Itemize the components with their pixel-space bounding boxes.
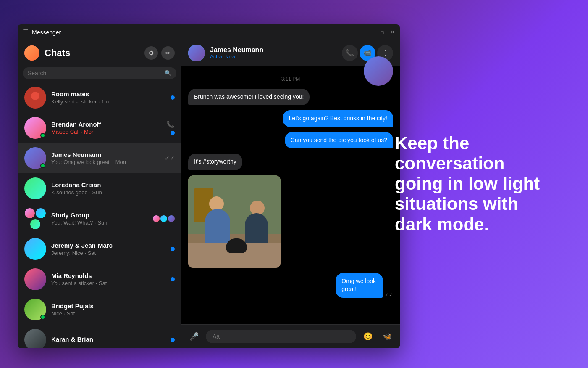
- chat-avatar: [24, 268, 46, 290]
- chat-name: Mia Reynolds: [51, 272, 165, 279]
- online-indicator: [40, 163, 45, 168]
- emoji-button[interactable]: 😊: [360, 329, 375, 344]
- message-row: Can you send the pic you took of us?: [188, 132, 393, 149]
- chat-item-room-mates[interactable]: Room mates Kelly sent a sticker · 1m: [18, 82, 181, 113]
- chat-preview: You: Omg we look great! · Mon: [51, 159, 160, 165]
- online-indicator: [40, 133, 45, 138]
- chat-input-bar: 🎤 😊 🦋: [181, 324, 400, 348]
- title-bar: ☰ Messenger — □ ✕: [18, 24, 400, 40]
- chat-meta: [171, 95, 175, 100]
- contact-name: James Neumann: [210, 46, 337, 54]
- title-bar-left: ☰ Messenger: [23, 28, 61, 36]
- photo-message: [188, 175, 281, 268]
- chat-item-brendan-aronoff[interactable]: Brendan Aronoff Missed Call · Mon 📞: [18, 113, 181, 143]
- chat-avatar: [24, 87, 46, 109]
- chat-avatar: [24, 147, 46, 169]
- group-avatar-3: [30, 219, 41, 230]
- chat-info: Karan & Brian: [51, 336, 165, 344]
- chat-info: James Neumann You: Omg we look great! · …: [51, 151, 160, 165]
- close-button[interactable]: ✕: [390, 30, 395, 35]
- chat-avatar: [24, 117, 46, 139]
- maximize-button[interactable]: □: [380, 30, 385, 35]
- chat-meta: ✓✓: [165, 155, 175, 161]
- chat-item-james-neumann[interactable]: James Neumann You: Omg we look great! · …: [18, 143, 181, 173]
- promo-line3: going in low light: [395, 174, 540, 193]
- phone-icon: 📞: [166, 120, 175, 128]
- chat-item-jeremy-jean-marc[interactable]: Jeremy & Jean-Marc Jeremy: Nice · Sat: [18, 234, 181, 264]
- chat-preview: Kelly sent a sticker · 1m: [51, 98, 165, 105]
- chat-name: Karan & Brian: [51, 336, 165, 343]
- online-indicator: [40, 315, 45, 320]
- message-row: It's #storyworthy: [188, 154, 393, 170]
- window-controls: — □ ✕: [370, 30, 395, 35]
- chat-item-karan-brian[interactable]: Karan & Brian: [18, 325, 181, 348]
- chat-preview: Nice · Sat: [51, 310, 170, 317]
- chat-name: Brendan Aronoff: [51, 121, 161, 128]
- sidebar-actions: ⚙ ✏: [144, 46, 175, 60]
- promo-line4: situations with: [395, 194, 518, 214]
- promo-heading: Keep the conversation going in low light…: [395, 133, 563, 235]
- voice-message-button[interactable]: 🎤: [186, 329, 202, 344]
- read-receipt-icon: ✓✓: [165, 155, 175, 161]
- promo-line5: dark mode.: [395, 214, 489, 234]
- contact-large-avatar: [364, 56, 393, 86]
- search-icon: 🔍: [165, 70, 171, 76]
- avatar-image: [24, 329, 46, 348]
- avatar-image: [24, 177, 46, 199]
- sidebar-title: Chats: [45, 48, 139, 58]
- chat-preview: You: Wait! What? · Sun: [51, 220, 148, 226]
- chat-header-info: James Neumann Active Now: [210, 46, 337, 60]
- message-bubble: Let's go again? Best drinks in the city!: [283, 110, 393, 127]
- promo-line1: Keep the: [395, 133, 469, 153]
- message-row: Omg we look great! ✓✓: [188, 273, 393, 298]
- chat-meta: 📞: [166, 120, 175, 135]
- search-bar: 🔍: [23, 67, 176, 79]
- chat-preview: You sent a sticker · Sat: [51, 280, 165, 286]
- compose-button[interactable]: ✏: [161, 46, 175, 60]
- chat-meta: [153, 215, 175, 222]
- chat-item-study-group[interactable]: Study Group You: Wait! What? · Sun: [18, 204, 181, 234]
- message-input[interactable]: [206, 330, 356, 343]
- message-bubble: Omg we look great!: [336, 273, 383, 298]
- chat-avatar: [24, 208, 46, 230]
- promo-text: Keep the conversation going in low light…: [395, 133, 563, 235]
- photo-dog: [226, 238, 247, 253]
- message-with-receipt: Omg we look great! ✓✓: [320, 273, 393, 298]
- chat-header-avatar: [188, 45, 205, 61]
- contact-avatar-image: [188, 45, 205, 61]
- chat-preview: K sounds good · Sun: [51, 189, 170, 196]
- reaction-avatar-1: [153, 215, 160, 222]
- unread-indicator: [171, 277, 175, 281]
- chat-info: Loredana Crisan K sounds good · Sun: [51, 181, 170, 196]
- settings-button[interactable]: ⚙: [144, 46, 158, 60]
- avatar-image: [24, 268, 46, 290]
- chat-panel: James Neumann Active Now 📞 📹 ⋮ 3: [181, 40, 400, 348]
- chat-item-mia-reynolds[interactable]: Mia Reynolds You sent a sticker · Sat: [18, 264, 181, 294]
- user-avatar[interactable]: [24, 45, 39, 61]
- voice-call-button[interactable]: 📞: [342, 45, 358, 61]
- main-content: Chats ⚙ ✏ 🔍 Room mates Kel: [18, 40, 400, 348]
- unread-indicator: [171, 338, 175, 342]
- read-receipt-icon: ✓✓: [385, 292, 393, 298]
- group-avatar-2: [35, 208, 46, 219]
- sticker-button[interactable]: 🦋: [380, 329, 395, 344]
- chat-preview: Jeremy: Nice · Sat: [51, 250, 165, 256]
- message-bubble: Can you send the pic you took of us?: [285, 132, 393, 149]
- reaction-avatar-2: [160, 215, 167, 222]
- chat-name: James Neumann: [51, 151, 160, 158]
- app-title: Messenger: [32, 29, 61, 36]
- user-avatar-img: [24, 45, 39, 61]
- message-row: Brunch was awesome! I loved seeing you!: [188, 89, 393, 106]
- chat-item-bridget-pujals[interactable]: Bridget Pujals Nice · Sat: [18, 294, 181, 325]
- chat-meta: [171, 247, 175, 251]
- chat-item-loredana-crisan[interactable]: Loredana Crisan K sounds good · Sun: [18, 173, 181, 204]
- chat-name: Study Group: [51, 212, 148, 219]
- message-bubble: Brunch was awesome! I loved seeing you!: [188, 89, 310, 106]
- message-row: Let's go again? Best drinks in the city!: [188, 110, 393, 127]
- avatar-image: [24, 238, 46, 260]
- chat-avatar: [24, 299, 46, 320]
- minimize-button[interactable]: —: [370, 30, 375, 35]
- search-input[interactable]: [28, 70, 161, 77]
- menu-icon[interactable]: ☰: [23, 28, 29, 36]
- chat-name: Loredana Crisan: [51, 181, 170, 188]
